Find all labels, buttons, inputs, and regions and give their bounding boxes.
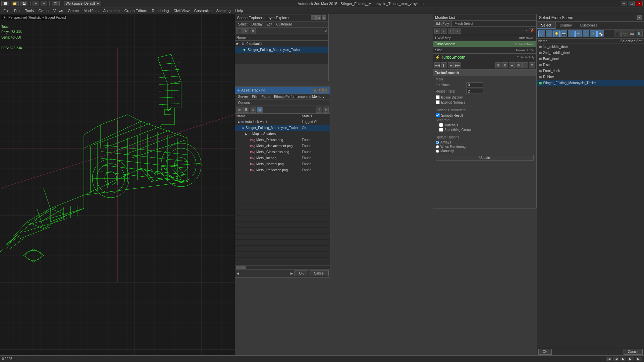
- sfs-cancel-btn[interactable]: Cancel: [624, 349, 643, 355]
- ts-always-radio[interactable]: [436, 141, 439, 144]
- sfs-tab-select[interactable]: Select: [537, 22, 556, 29]
- sfs-case-icon[interactable]: Aa: [629, 31, 635, 37]
- at-hscroll[interactable]: [235, 265, 330, 269]
- tab-edit-poly[interactable]: Edit Poly: [433, 21, 452, 26]
- close-btn[interactable]: ✕: [636, 1, 643, 6]
- menu-graph-editors[interactable]: Graph Editors: [122, 8, 149, 13]
- toolbar-open[interactable]: 📁: [11, 1, 19, 6]
- toolbar-save[interactable]: 💾: [20, 1, 28, 6]
- sfs-camera-icon[interactable]: 📷: [560, 31, 567, 37]
- at-details-icon[interactable]: ⊡: [257, 107, 263, 113]
- workspace-dropdown[interactable]: Workspace: Default ▼: [64, 1, 101, 6]
- mod-nav-6[interactable]: ⊟: [502, 62, 508, 68]
- mod-toolbar-1[interactable]: ⊞: [434, 28, 440, 34]
- sfs-ok-btn[interactable]: OK: [538, 349, 552, 355]
- at-ok-btn[interactable]: OK: [294, 270, 308, 276]
- sfs-close-icon[interactable]: ✕: [637, 15, 642, 20]
- sfs-xref-icon[interactable]: X: [590, 31, 597, 37]
- menu-create[interactable]: Create: [66, 8, 81, 13]
- mod-nav-7[interactable]: ◆: [509, 62, 515, 68]
- ts-isoline-check[interactable]: [436, 95, 440, 99]
- at-maximize[interactable]: □: [318, 88, 323, 93]
- menu-modifiers[interactable]: Modifiers: [82, 8, 101, 13]
- at-close[interactable]: ✕: [323, 88, 328, 93]
- mod-nav-5[interactable]: ⊞: [495, 62, 501, 68]
- mod-nav-8[interactable]: ⊡: [516, 62, 522, 68]
- sfs-shape-icon[interactable]: ⬠: [546, 31, 552, 37]
- at-menu-bitmap[interactable]: Bitmap Performance and Memory: [272, 95, 326, 99]
- viewport[interactable]: [+] [Perspective] [Realistic + Edged Fac…: [0, 14, 235, 355]
- sfs-spacewarp-icon[interactable]: 〜: [575, 31, 582, 37]
- at-expand-icon[interactable]: ⊞: [236, 107, 243, 113]
- timeline-prev-key[interactable]: |◀: [606, 357, 612, 361]
- sfs-item-front-deck[interactable]: Front_deck: [537, 68, 644, 74]
- menu-tools[interactable]: Tools: [23, 8, 36, 13]
- at-row-diffuse[interactable]: Png Metal_Diffuse.png Found: [235, 137, 330, 143]
- sfs-item-disc[interactable]: Disc: [537, 62, 644, 68]
- mod-item-turbosmooth[interactable]: TurboSmooth Surface Select: [433, 41, 536, 47]
- menu-views[interactable]: Views: [51, 8, 65, 13]
- at-help-icon[interactable]: ?: [316, 107, 322, 113]
- toolbar-new[interactable]: ⬜: [1, 1, 9, 6]
- menu-customize-se[interactable]: Customize: [275, 22, 294, 26]
- ts-smooth-check[interactable]: [436, 113, 440, 117]
- mod-nav-3[interactable]: ▶: [448, 62, 454, 68]
- sfs-group-icon[interactable]: ⊡: [583, 31, 589, 37]
- se-filter-icon[interactable]: ☰: [236, 28, 243, 34]
- menu-edit[interactable]: Edit: [12, 8, 22, 13]
- mod-close-icon[interactable]: ✕: [525, 29, 528, 33]
- ts-update-btn[interactable]: Update: [436, 155, 534, 161]
- menu-customize[interactable]: Customize: [192, 8, 214, 13]
- se-refresh-icon[interactable]: ↻: [243, 28, 249, 34]
- menu-animation[interactable]: Animation: [101, 8, 122, 13]
- ts-iterations-input[interactable]: [466, 82, 483, 87]
- sfs-item-back-deck[interactable]: Back_deck: [537, 56, 644, 62]
- sfs-search-icon[interactable]: 🔍: [636, 31, 643, 37]
- at-minimize[interactable]: ─: [313, 88, 317, 93]
- mod-nav-9[interactable]: ☰: [522, 62, 528, 68]
- at-row-vault[interactable]: ▶ ⊞ Autodesk Vault Logged O...: [235, 119, 330, 125]
- sfs-options-icon[interactable]: ☰: [614, 31, 621, 37]
- mod-toolbar-4[interactable]: ↓: [454, 28, 461, 34]
- menu-select-se[interactable]: Select: [236, 22, 249, 26]
- timeline-next[interactable]: ▶|: [628, 357, 634, 361]
- at-row-ior[interactable]: Png Metal_ior.png Found: [235, 155, 330, 161]
- toolbar-undo[interactable]: ↩: [33, 1, 39, 6]
- ts-manually-radio[interactable]: [436, 149, 439, 153]
- mod-toolbar-2[interactable]: ⊟: [441, 28, 447, 34]
- scene-object[interactable]: ◆ Stinger_Folding_Motorcycle_Trailer: [235, 47, 328, 53]
- at-row-maps[interactable]: ▶ ⊞ Maps / Shaders: [235, 131, 330, 137]
- expand-icon[interactable]: ▶: [236, 42, 240, 45]
- layer-default[interactable]: ▶ ⊞ 0 (default): [235, 41, 328, 47]
- menu-display-se[interactable]: Display: [250, 22, 264, 26]
- menu-file[interactable]: File: [1, 8, 11, 13]
- sfs-filter-icon[interactable]: ▽: [621, 31, 628, 37]
- at-settings2-icon[interactable]: ⚙: [323, 107, 329, 113]
- mod-pin-icon[interactable]: 📌: [529, 28, 535, 33]
- scene-explorer-maximize[interactable]: □: [316, 15, 321, 20]
- at-grid-icon[interactable]: ⊟: [250, 107, 256, 113]
- at-row-normal[interactable]: Png Metal_Normal.png Found: [235, 161, 330, 167]
- ts-explicit-check[interactable]: [436, 100, 440, 104]
- mod-item-slice[interactable]: Slice Unwrap UVW: [433, 47, 536, 53]
- at-menu-server[interactable]: Server: [236, 95, 250, 99]
- timeline-next-key[interactable]: ▶|: [636, 357, 642, 361]
- mod-nav-2[interactable]: ▌: [441, 62, 447, 68]
- at-row-reflection[interactable]: Png Metal_Reflection.png Found: [235, 167, 330, 173]
- menu-rendering[interactable]: Rendering: [150, 8, 171, 13]
- at-list-icon[interactable]: ☰: [243, 107, 249, 113]
- menu-group[interactable]: Group: [36, 8, 51, 13]
- mod-toolbar-3[interactable]: ↑: [448, 28, 454, 34]
- sfs-item-1st-deck[interactable]: 1st_middle_deck: [537, 44, 644, 50]
- sfs-bone-icon[interactable]: 🦴: [597, 31, 604, 37]
- mod-nav-4[interactable]: ▶▶: [454, 62, 461, 68]
- at-row-glossiness[interactable]: Png Metal_Glossiness.png Found: [235, 149, 330, 155]
- menu-civil-view[interactable]: Civil View: [171, 8, 191, 13]
- menu-help[interactable]: Help: [233, 8, 245, 13]
- mod-item-uwwmap[interactable]: UWW Map FFD Select: [433, 35, 536, 41]
- se-settings-icon[interactable]: ⚙: [250, 28, 256, 34]
- tab-mesh-select[interactable]: Mesh Select: [452, 21, 476, 26]
- toolbar-redo[interactable]: ↪: [41, 1, 47, 6]
- toolbar-render[interactable]: 🎬: [52, 1, 60, 6]
- at-menu-paths[interactable]: Paths: [260, 95, 272, 99]
